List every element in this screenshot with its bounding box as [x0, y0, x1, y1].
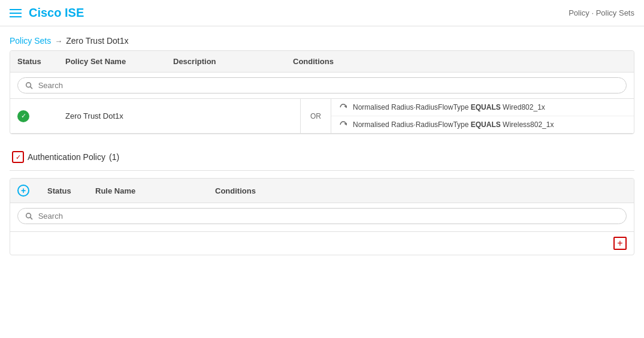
auth-table-header: + Status Rule Name Conditions [10, 179, 634, 203]
nav-left: Cisco ISE [10, 6, 84, 20]
col-conditions: Conditions [293, 57, 627, 66]
brand-logo: Cisco ISE [29, 6, 84, 20]
condition-icon-1 [338, 102, 348, 112]
condition-icon-2 [338, 120, 348, 129]
condition-text-1: Normalised Radius·RadiusFlowType EQUALS … [353, 103, 545, 111]
or-label: OR [301, 107, 331, 125]
add-entry-button[interactable]: + [613, 237, 627, 250]
condition-item-2: Normalised Radius·RadiusFlowType EQUALS … [331, 116, 634, 133]
auth-policy-count: (1) [109, 152, 119, 162]
auth-col-status: Status [47, 186, 95, 195]
col-description: Description [173, 57, 293, 66]
breadcrumb-separator: → [55, 37, 62, 46]
add-rule-icon[interactable]: + [17, 185, 29, 197]
svg-point-2 [26, 213, 31, 218]
auth-policy-header: ✓ Authentication Policy (1) [10, 144, 634, 171]
breadcrumb-link-policy-sets[interactable]: Policy Sets [10, 36, 51, 46]
status-active-icon: ✓ [17, 110, 29, 122]
policy-search-box[interactable] [17, 77, 627, 93]
table-row: ✓ Zero Trust Dot1x OR Normalised Radi [10, 99, 634, 134]
policy-row-left: ✓ Zero Trust Dot1x [10, 105, 300, 127]
policy-search-input[interactable] [38, 81, 619, 90]
top-nav: Cisco ISE Policy · Policy Sets [0, 0, 644, 26]
auth-search-input[interactable] [38, 212, 619, 221]
bottom-action-row: + [10, 231, 634, 255]
policy-name: Zero Trust Dot1x [65, 111, 173, 120]
condition-item-1: Normalised Radius·RadiusFlowType EQUALS … [331, 99, 634, 116]
search-icon [25, 82, 34, 90]
auth-col-rule-name: Rule Name [95, 186, 215, 195]
policy-search-row [10, 73, 634, 99]
svg-line-3 [31, 217, 32, 219]
auth-search-box[interactable] [17, 208, 627, 224]
collapse-icon[interactable]: ✓ [12, 151, 24, 163]
col-policy-set-name: Policy Set Name [65, 57, 173, 66]
breadcrumb-current-page: Zero Trust Dot1x [66, 36, 128, 46]
condition-text-2: Normalised Radius·RadiusFlowType EQUALS … [353, 120, 554, 129]
auth-search-row [10, 203, 634, 229]
conditions-column: Normalised Radius·RadiusFlowType EQUALS … [331, 99, 634, 133]
auth-policy-table: + Status Rule Name Conditions + [10, 178, 634, 255]
policy-sets-table: Status Policy Set Name Description Condi… [10, 50, 634, 134]
policy-table-header: Status Policy Set Name Description Condi… [10, 51, 634, 73]
breadcrumb: Policy Sets → Zero Trust Dot1x [0, 26, 644, 50]
auth-col-conditions: Conditions [215, 186, 627, 195]
main-content: Status Policy Set Name Description Condi… [0, 50, 644, 255]
col-status: Status [17, 57, 65, 66]
auth-policy-section: ✓ Authentication Policy (1) + Status Rul… [10, 144, 634, 255]
auth-search-icon [25, 212, 34, 221]
auth-policy-title: Authentication Policy [28, 152, 105, 162]
svg-point-0 [26, 82, 31, 87]
svg-line-1 [31, 86, 32, 88]
nav-breadcrumb: Policy · Policy Sets [569, 8, 634, 17]
hamburger-menu[interactable] [10, 9, 22, 17]
